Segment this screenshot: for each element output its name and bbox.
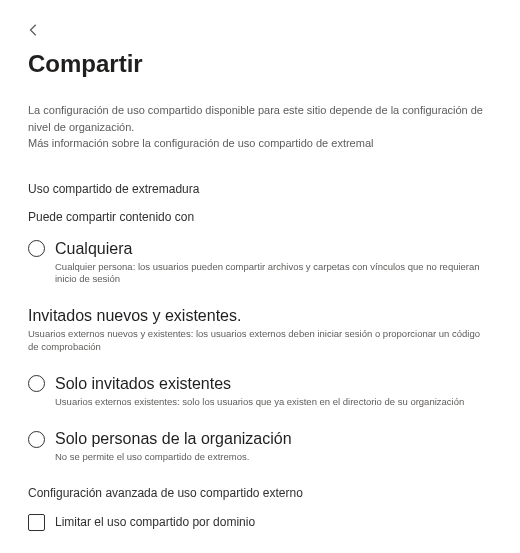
arrow-left-icon (27, 23, 41, 37)
limit-by-domain-label: Limitar el uso compartido por dominio (55, 515, 255, 529)
option-org-desc: No se permite el uso compartido de extre… (55, 451, 492, 463)
back-button[interactable] (22, 18, 46, 42)
radio-existing-guests[interactable] (28, 375, 45, 392)
radio-anyone[interactable] (28, 240, 45, 257)
option-org-title: Solo personas de la organización (55, 430, 292, 448)
radio-org-only[interactable] (28, 431, 45, 448)
external-sharing-label: Uso compartido de extremadura (28, 182, 492, 196)
option-anyone: Cualquiera Cualquier persona: los usuari… (28, 240, 492, 286)
intro-text: La configuración de uso compartido dispo… (28, 102, 492, 135)
option-new-existing-desc: Usuarios externos nuevos y existentes: l… (28, 328, 492, 353)
option-existing-guests: Solo invitados existentes Usuarios exter… (28, 375, 492, 408)
advanced-settings-label: Configuración avanzada de uso compartido… (28, 486, 492, 500)
option-org-only: Solo personas de la organización No se p… (28, 430, 492, 463)
option-anyone-title: Cualquiera (55, 240, 132, 258)
limit-by-domain-row: Limitar el uso compartido por dominio (28, 514, 492, 531)
checkbox-limit-by-domain[interactable] (28, 514, 45, 531)
intro-link[interactable]: Más información sobre la configuración d… (28, 135, 492, 152)
option-anyone-desc: Cualquier persona: los usuarios pueden c… (55, 261, 492, 286)
share-with-label: Puede compartir contenido con (28, 210, 492, 224)
option-existing-desc: Usuarios externos existentes: solo los u… (55, 396, 492, 408)
sharing-panel: Compartir La configuración de uso compar… (0, 0, 520, 553)
page-title: Compartir (28, 50, 492, 78)
option-existing-title: Solo invitados existentes (55, 375, 231, 393)
option-new-existing-guests: Invitados nuevos y existentes. Usuarios … (28, 307, 492, 353)
option-new-existing-title: Invitados nuevos y existentes. (28, 307, 241, 325)
